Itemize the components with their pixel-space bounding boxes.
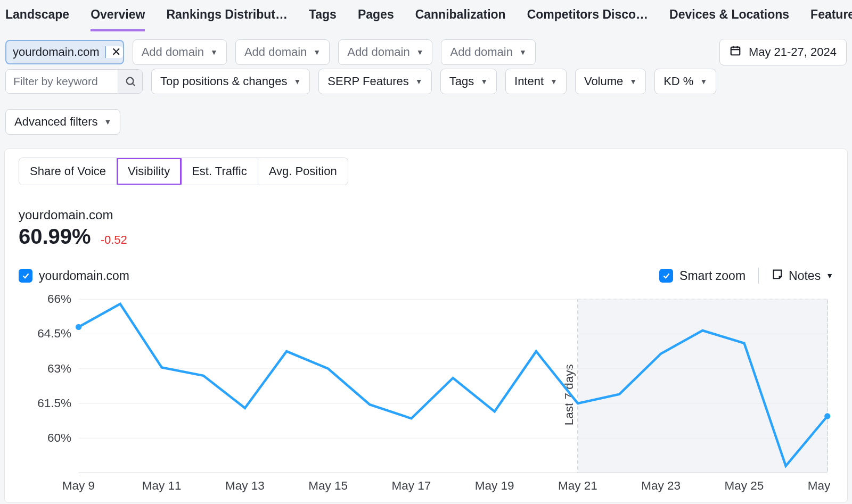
calendar-icon [730, 45, 741, 60]
chevron-down-icon: ▼ [700, 77, 707, 86]
metric-tab-avg-position[interactable]: Avg. Position [258, 158, 348, 185]
add-domain-1[interactable]: Add domain ▼ [133, 39, 227, 65]
svg-text:May 23: May 23 [641, 479, 681, 492]
chevron-down-icon: ▼ [210, 48, 218, 56]
divider [758, 268, 759, 284]
svg-rect-0 [731, 47, 740, 55]
svg-text:61.5%: 61.5% [37, 396, 71, 410]
checkbox-checked-icon [659, 269, 673, 283]
filter-advanced[interactable]: Advanced filters ▼ [5, 109, 120, 135]
chevron-down-icon: ▼ [313, 48, 321, 56]
legend-row: yourdomain.com Smart zoom Notes ▼ [19, 268, 833, 284]
note-icon [772, 268, 783, 283]
svg-text:Last 7 days: Last 7 days [562, 364, 576, 425]
tab-rankings-distribution[interactable]: Rankings Distribut… [166, 7, 287, 31]
svg-text:60%: 60% [47, 431, 71, 444]
checkbox-checked-icon [19, 269, 32, 283]
tab-featured-snippets[interactable]: Featured Snippets [810, 7, 852, 31]
svg-text:May 25: May 25 [725, 479, 764, 492]
legend-series-toggle[interactable]: yourdomain.com [19, 269, 129, 283]
svg-point-28 [824, 413, 830, 419]
svg-text:May 15: May 15 [308, 479, 348, 492]
chevron-down-icon: ▼ [480, 77, 488, 86]
svg-text:May 21: May 21 [558, 479, 597, 492]
svg-text:66%: 66% [47, 293, 71, 305]
svg-text:May 11: May 11 [142, 479, 182, 492]
visibility-chart[interactable]: Last 7 days60%61.5%63%64.5%66%May 9May 1… [19, 293, 833, 497]
filter-top-positions[interactable]: Top positions & changes ▼ [151, 69, 310, 94]
keyword-search [5, 69, 143, 94]
date-range-picker[interactable]: May 21-27, 2024 [719, 39, 847, 65]
smart-zoom-label: Smart zoom [679, 269, 746, 283]
svg-text:May 13: May 13 [225, 479, 265, 492]
chevron-down-icon: ▼ [416, 48, 424, 56]
chevron-down-icon: ▼ [629, 77, 637, 86]
chevron-down-icon: ▼ [826, 271, 833, 280]
svg-text:May 9: May 9 [62, 479, 95, 492]
stat-block: yourdomain.com 60.99% -0.52 [19, 208, 833, 249]
svg-text:64.5%: 64.5% [37, 327, 71, 340]
stat-delta: -0.52 [101, 233, 127, 247]
keyword-search-button[interactable] [118, 70, 142, 93]
chevron-down-icon: ▼ [550, 77, 558, 86]
svg-text:May 27: May 27 [808, 479, 833, 492]
svg-point-1 [126, 78, 133, 85]
svg-point-27 [76, 324, 81, 330]
keyword-search-input[interactable] [6, 70, 118, 93]
metric-tab-visibility[interactable]: Visibility [117, 158, 181, 185]
domain-chip[interactable]: yourdomain.com ✕ [5, 40, 124, 64]
chevron-down-icon: ▼ [104, 118, 112, 126]
overview-panel: Share of Voice Visibility Est. Traffic A… [4, 148, 848, 503]
top-nav: Landscape Overview Rankings Distribut… T… [0, 0, 852, 31]
tab-devices-locations[interactable]: Devices & Locations [669, 7, 789, 31]
chevron-down-icon: ▼ [415, 77, 423, 86]
notes-dropdown[interactable]: Notes ▼ [772, 268, 833, 283]
date-range-label: May 21-27, 2024 [749, 45, 837, 59]
metric-tabs: Share of Voice Visibility Est. Traffic A… [19, 158, 348, 185]
tab-competitors-discovery[interactable]: Competitors Disco… [527, 7, 648, 31]
metric-tab-share-of-voice[interactable]: Share of Voice [19, 158, 117, 185]
stat-domain: yourdomain.com [19, 208, 833, 222]
filter-volume[interactable]: Volume ▼ [575, 69, 646, 94]
filter-serp-features[interactable]: SERP Features ▼ [318, 69, 431, 94]
svg-text:63%: 63% [47, 362, 71, 375]
filter-tags[interactable]: Tags ▼ [440, 69, 497, 94]
smart-zoom-toggle[interactable]: Smart zoom [659, 269, 746, 283]
add-domain-3[interactable]: Add domain ▼ [338, 39, 432, 65]
svg-text:May 19: May 19 [475, 479, 514, 492]
add-domain-2[interactable]: Add domain ▼ [235, 39, 330, 65]
tab-pages[interactable]: Pages [358, 7, 394, 31]
remove-domain-icon[interactable]: ✕ [105, 46, 123, 58]
domain-chip-label: yourdomain.com [13, 45, 100, 59]
filter-intent[interactable]: Intent ▼ [505, 69, 567, 94]
metric-tab-est-traffic[interactable]: Est. Traffic [181, 158, 258, 185]
filter-bar-row-2: Top positions & changes ▼ SERP Features … [0, 69, 852, 138]
tab-landscape[interactable]: Landscape [5, 7, 69, 31]
tab-tags[interactable]: Tags [309, 7, 337, 31]
svg-rect-2 [578, 299, 828, 473]
chevron-down-icon: ▼ [294, 77, 301, 86]
chevron-down-icon: ▼ [519, 48, 527, 56]
tab-cannibalization[interactable]: Cannibalization [415, 7, 506, 31]
tab-overview[interactable]: Overview [91, 7, 145, 31]
filter-bar-row-1: yourdomain.com ✕ Add domain ▼ Add domain… [0, 31, 852, 69]
stat-value: 60.99% [19, 225, 91, 249]
filter-kd[interactable]: KD % ▼ [654, 69, 716, 94]
notes-label: Notes [789, 269, 821, 283]
add-domain-4[interactable]: Add domain ▼ [441, 39, 535, 65]
svg-text:May 17: May 17 [392, 479, 431, 492]
legend-series-label: yourdomain.com [39, 269, 129, 283]
